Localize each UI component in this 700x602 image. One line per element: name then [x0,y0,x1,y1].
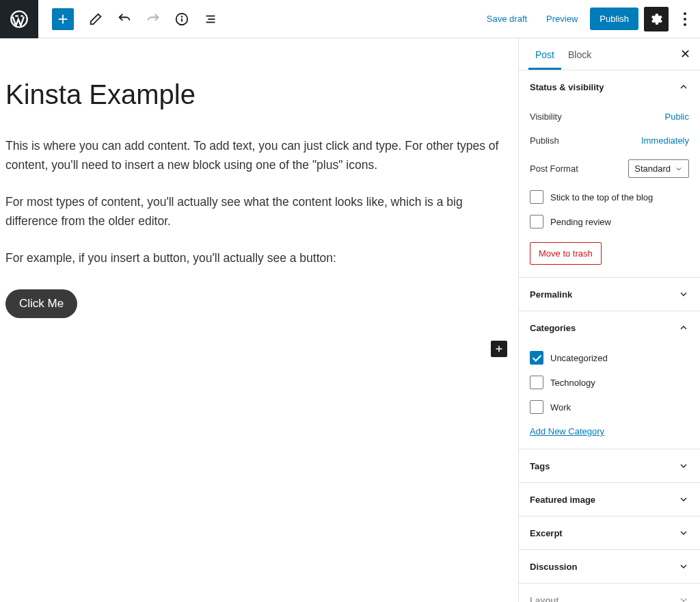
category-label: Technology [550,378,595,388]
panel-categories: Categories Uncategorized Technology Work… [519,311,700,449]
panel-header-permalink[interactable]: Permalink [519,278,700,311]
chevron-down-icon [678,527,689,538]
panel-title: Excerpt [530,528,563,538]
category-label: Work [550,402,571,413]
visibility-label: Visibility [530,112,562,122]
preview-button[interactable]: Preview [539,8,584,29]
category-checkbox-work[interactable] [530,400,543,414]
settings-sidebar: Post Block ✕ Status & visibility Visibil… [518,38,700,602]
chevron-up-icon [678,81,689,92]
pending-label: Pending review [550,217,611,227]
redo-icon [141,7,165,31]
sidebar-tabs: Post Block ✕ [519,38,700,70]
panel-title: Featured image [530,495,595,505]
add-new-category-link[interactable]: Add New Category [530,426,604,436]
panel-title: Layout [530,595,559,603]
panel-layout: Layout [519,584,700,602]
paragraph-block[interactable]: This is where you can add content. To ad… [5,136,511,174]
undo-icon[interactable] [112,7,137,31]
visibility-value[interactable]: Public [665,112,689,122]
panel-discussion: Discussion [519,550,700,584]
panel-header-tags[interactable]: Tags [519,449,700,482]
chevron-down-icon [678,594,689,602]
stick-label: Stick to the top of the blog [550,192,653,202]
panel-header-status[interactable]: Status & visibility [519,70,700,103]
outline-icon[interactable] [198,7,223,31]
panel-header-categories[interactable]: Categories [519,311,700,344]
wordpress-logo[interactable] [0,0,38,38]
publish-label: Publish [530,135,559,146]
panel-header-featured[interactable]: Featured image [519,483,700,516]
panel-featured-image: Featured image [519,483,700,516]
panel-header-excerpt[interactable]: Excerpt [519,516,700,549]
category-checkbox-uncategorized[interactable] [530,351,543,365]
save-draft-button[interactable]: Save draft [480,8,534,29]
panel-permalink: Permalink [519,278,700,311]
info-icon[interactable] [170,7,194,31]
chevron-down-icon [678,289,689,300]
toolbar-right: Save draft Preview Publish [480,7,696,31]
main-area: Kinsta Example This is where you can add… [0,38,700,602]
panel-title: Discussion [530,562,577,572]
paragraph-block[interactable]: For most types of content, you'll actual… [5,192,511,231]
button-block[interactable]: Click Me [5,289,77,318]
publish-value[interactable]: Immediately [641,135,689,146]
pending-checkbox[interactable] [530,215,543,228]
chevron-up-icon [678,322,689,333]
panel-tags: Tags [519,449,700,483]
panel-title: Tags [530,461,550,471]
panel-excerpt: Excerpt [519,516,700,550]
tab-block[interactable]: Block [561,38,598,70]
close-sidebar-icon[interactable]: ✕ [680,47,690,62]
insert-block-button[interactable] [491,341,507,357]
panel-title: Permalink [530,289,572,300]
editor-canvas[interactable]: Kinsta Example This is where you can add… [0,38,518,602]
edit-mode-icon[interactable] [83,7,108,31]
tab-post[interactable]: Post [528,38,561,70]
svg-point-5 [182,16,183,16]
add-block-button[interactable] [52,8,74,30]
category-checkbox-technology[interactable] [530,376,543,389]
category-label: Uncategorized [550,353,608,363]
panel-title: Categories [530,323,576,333]
settings-button[interactable] [644,7,669,31]
publish-button[interactable]: Publish [590,8,638,30]
paragraph-block[interactable]: For example, if you insert a button, you… [5,248,511,267]
stick-checkbox[interactable] [530,190,543,204]
post-format-select[interactable]: Standard [628,159,689,178]
chevron-down-icon [678,460,689,471]
chevron-down-icon [678,561,689,572]
more-menu-button[interactable] [674,7,696,31]
chevron-down-icon [678,494,689,505]
toolbar-left [0,0,223,38]
panel-header-layout[interactable]: Layout [519,584,700,602]
top-toolbar: Save draft Preview Publish [0,0,700,38]
move-to-trash-button[interactable]: Move to trash [530,242,602,265]
panel-header-discussion[interactable]: Discussion [519,550,700,583]
post-format-value: Standard [634,163,671,174]
post-title[interactable]: Kinsta Example [5,79,511,110]
post-format-label: Post Format [530,163,578,174]
panel-title: Status & visibility [530,82,604,92]
panel-status-visibility: Status & visibility Visibility Public Pu… [519,70,700,278]
